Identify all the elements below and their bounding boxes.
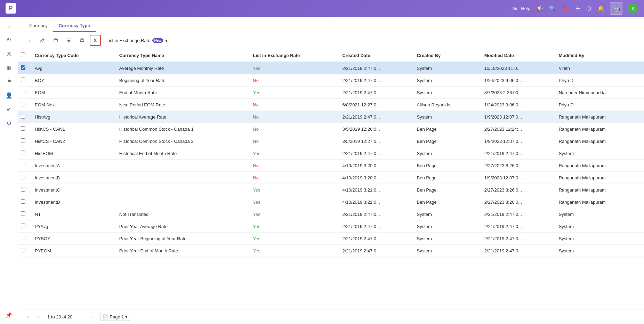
table-row[interactable]: Avg Average Monthly Rate Yes 2/21/2019 2… <box>18 62 644 74</box>
table-row[interactable]: InvestmentB No 4/10/2019 3:20:0... Ben P… <box>18 172 644 184</box>
row-checkbox[interactable] <box>21 151 25 155</box>
bell-icon[interactable]: 🔔 <box>597 5 604 12</box>
row-checkbox[interactable] <box>21 199 25 204</box>
table-row[interactable]: EOM-Next Next Period EOM Rate No 6/8/202… <box>18 99 644 111</box>
sidebar-item-settings[interactable]: ⚙ <box>3 117 15 129</box>
sidebar-item-grid[interactable]: ▦ <box>3 61 15 74</box>
cell-created-by: Ben Page <box>412 135 480 147</box>
row-checkbox[interactable] <box>21 114 25 119</box>
delete-button[interactable] <box>50 35 61 46</box>
dropdown-arrow-icon: ▾ <box>165 38 168 43</box>
table-row[interactable]: PYBOY Prior Year Beginning of Year Rate … <box>18 233 644 245</box>
search-icon[interactable]: 🔍 <box>549 5 556 12</box>
table-row[interactable]: HistCS - CAN1 Historical Common Stock - … <box>18 123 644 135</box>
row-checkbox-cell[interactable] <box>18 196 31 208</box>
table-row[interactable]: PYAvg Prior Year Average Rate Yes 2/21/2… <box>18 220 644 233</box>
cell-name: Historical Common Stock - Canada 2 <box>115 135 249 147</box>
row-checkbox-cell[interactable] <box>18 220 31 233</box>
table-row[interactable]: InvestmentD Yes 4/10/2019 3:21:0... Ben … <box>18 196 644 208</box>
edit-button[interactable] <box>37 35 48 46</box>
main-layout: ⌂ ↻ ◎ ▦ ⚑ 👤 ✔ ⚙ 📌 Currency Currency Type… <box>0 17 644 324</box>
megaphone-icon[interactable]: 📢 <box>536 5 543 12</box>
row-checkbox-cell[interactable] <box>18 123 31 135</box>
row-checkbox-cell[interactable] <box>18 184 31 196</box>
robot-icon-button[interactable]: 🤖 <box>610 2 622 15</box>
cell-name <box>115 184 249 196</box>
prev-page-button[interactable]: ‹ <box>34 312 43 321</box>
row-checkbox[interactable] <box>21 102 25 106</box>
table-row[interactable]: BOY Beginning of Year Rate No 2/21/2019 … <box>18 74 644 87</box>
row-checkbox[interactable] <box>21 175 25 179</box>
row-checkbox[interactable] <box>21 236 25 240</box>
print-button[interactable] <box>77 35 88 46</box>
row-checkbox-cell[interactable] <box>18 74 31 87</box>
pin-icon[interactable]: 📌 <box>3 309 15 321</box>
user-avatar[interactable]: A <box>628 3 638 14</box>
table-row[interactable]: InvestmentA No 4/10/2019 3:20:0... Ben P… <box>18 160 644 172</box>
tab-currency-type[interactable]: Currency Type <box>53 20 96 32</box>
first-page-button[interactable]: « <box>24 312 33 321</box>
cell-created-date: 3/5/2019 12:27:0... <box>338 135 412 147</box>
add-button[interactable]: + <box>24 35 35 46</box>
cell-modified-by: Ranganath Mallapuram <box>555 135 644 147</box>
page-selector[interactable]: 📄 Page 1 ▾ <box>100 313 130 321</box>
cell-name: Prior Year Beginning of Year Rate <box>115 233 249 245</box>
table-container[interactable]: Currency Type Code Currency Type Name Li… <box>18 49 644 309</box>
table-row[interactable]: HistAvg Historical Average Rate No 2/21/… <box>18 111 644 123</box>
table-row[interactable]: HistCS - CAN2 Historical Common Stock - … <box>18 135 644 147</box>
row-checkbox[interactable] <box>21 65 25 70</box>
row-checkbox[interactable] <box>21 163 25 167</box>
row-checkbox-cell[interactable] <box>18 111 31 123</box>
cell-created-by: System <box>412 233 480 245</box>
cell-exchange: Yes <box>249 245 338 257</box>
row-checkbox[interactable] <box>21 126 25 131</box>
cell-created-date: 3/5/2019 12:26:0... <box>338 123 412 135</box>
row-checkbox-cell[interactable] <box>18 160 31 172</box>
filter-button[interactable] <box>63 35 74 46</box>
cell-created-date: 4/10/2019 3:20:0... <box>338 160 412 172</box>
row-checkbox[interactable] <box>21 187 25 192</box>
row-checkbox-cell[interactable] <box>18 147 31 160</box>
table-row[interactable]: HistEOM Historical End of Month Rate Yes… <box>18 147 644 160</box>
cube-icon[interactable]: ⬡ <box>586 5 591 12</box>
row-checkbox-cell[interactable] <box>18 172 31 184</box>
row-checkbox-cell[interactable] <box>18 99 31 111</box>
row-checkbox-cell[interactable] <box>18 87 31 99</box>
cell-created-by: System <box>412 220 480 233</box>
table-row[interactable]: PYEOM Prior Year End of Month Rate Yes 2… <box>18 245 644 257</box>
cell-created-date: 4/10/2019 3:21:0... <box>338 184 412 196</box>
get-help-button[interactable]: Get Help <box>513 6 530 11</box>
sidebar-item-task[interactable]: ✔ <box>3 103 15 115</box>
select-all-checkbox[interactable] <box>21 52 25 57</box>
row-checkbox[interactable] <box>21 138 25 143</box>
table-row[interactable]: NT Not Translated Yes 2/21/2019 2:47:0..… <box>18 208 644 220</box>
table-row[interactable]: EOM End of Month Rate Yes 2/21/2019 2:47… <box>18 87 644 99</box>
row-checkbox[interactable] <box>21 78 25 82</box>
row-checkbox[interactable] <box>21 211 25 216</box>
sidebar-item-refresh[interactable]: ↻ <box>3 33 15 46</box>
sidebar-item-user[interactable]: 👤 <box>3 89 15 102</box>
row-checkbox[interactable] <box>21 224 25 228</box>
table-row[interactable]: InvestmentC Yes 4/10/2019 3:21:0... Ben … <box>18 184 644 196</box>
cell-created-date: 2/21/2019 2:47:0... <box>338 220 412 233</box>
bookmark-icon[interactable]: 🔖 <box>562 5 569 12</box>
sidebar-item-target[interactable]: ◎ <box>3 47 15 60</box>
cell-exchange: Yes <box>249 147 338 160</box>
compass-icon[interactable]: ✛ <box>575 5 580 12</box>
list-exchange-rate-button[interactable]: List in Exchange Rate New ▾ <box>103 37 171 44</box>
row-checkbox-cell[interactable] <box>18 245 31 257</box>
sidebar-item-flag[interactable]: ⚑ <box>3 75 15 88</box>
select-all-header[interactable] <box>18 49 31 62</box>
row-checkbox[interactable] <box>21 90 25 94</box>
excel-button[interactable]: X <box>90 35 101 46</box>
next-page-button[interactable]: › <box>77 312 86 321</box>
row-checkbox[interactable] <box>21 248 25 252</box>
row-checkbox-cell[interactable] <box>18 62 31 74</box>
last-page-button[interactable]: » <box>87 312 96 321</box>
row-checkbox-cell[interactable] <box>18 135 31 147</box>
row-checkbox-cell[interactable] <box>18 233 31 245</box>
print-icon <box>80 38 84 43</box>
tab-currency[interactable]: Currency <box>24 20 53 32</box>
sidebar-item-home[interactable]: ⌂ <box>3 19 15 32</box>
row-checkbox-cell[interactable] <box>18 208 31 220</box>
